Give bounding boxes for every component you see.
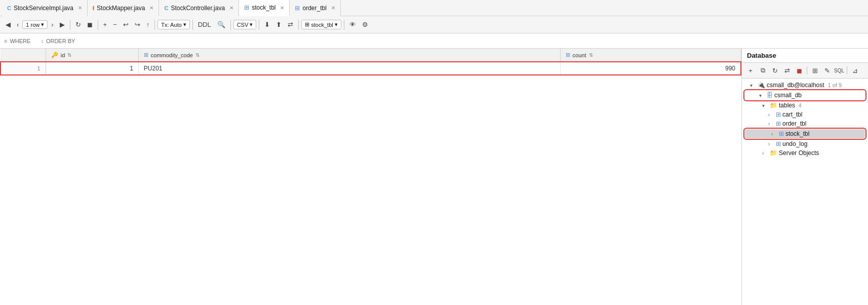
transfer-button[interactable]: ⇄ — [285, 19, 296, 30]
sep3 — [154, 20, 155, 30]
chevron-server-objects: › — [762, 150, 768, 156]
table-col-icon1: ⊞ — [144, 52, 148, 58]
sort-id-icon[interactable]: ⇅ — [67, 52, 71, 58]
tab-stock-controller[interactable]: C StockController.java ✕ — [159, 0, 239, 16]
db-filter-button[interactable]: ⊿ — [849, 65, 860, 76]
chevron-cart-tbl: › — [768, 112, 774, 118]
tab-order-tbl-close[interactable]: ✕ — [331, 5, 335, 11]
undo-button[interactable]: ↩ — [121, 19, 131, 30]
row-count-selector[interactable]: 1 row ▾ — [22, 20, 48, 29]
settings-button[interactable]: ⚙ — [360, 19, 371, 30]
search-button[interactable]: 🔍 — [215, 19, 228, 30]
cart-tbl-label: cart_tbl — [782, 111, 802, 118]
server-objects-label: Server Objects — [779, 149, 819, 157]
delete-row-button[interactable]: − — [110, 19, 120, 30]
connection-count: 1 of 9 — [828, 82, 842, 88]
db-refresh-button[interactable]: ↻ — [769, 65, 780, 76]
csv-label: CSV — [237, 22, 249, 28]
table-chevron: ▾ — [335, 21, 338, 28]
move-up-button[interactable]: ↑ — [144, 19, 152, 30]
col-header-id[interactable]: 🔑 id ⇅ — [46, 49, 138, 62]
sort-count-icon[interactable]: ⇅ — [589, 52, 593, 58]
tree-connection[interactable]: ▾ 🔌 csmall_db@localhost 1 of 9 — [742, 81, 868, 90]
stop-button[interactable]: ◼ — [85, 19, 95, 30]
db-copy-button[interactable]: ⧉ — [757, 65, 768, 76]
tree-cart-tbl[interactable]: › ⊞ cart_tbl — [742, 110, 868, 119]
sep7 — [298, 20, 299, 30]
db-table-view-button[interactable]: ⊞ — [809, 65, 820, 76]
tree-undo-log[interactable]: › ⊞ undo_log — [742, 139, 868, 148]
redo-button[interactable]: ↪ — [132, 19, 143, 30]
upload-button[interactable]: ⬆ — [273, 19, 284, 30]
download-button[interactable]: ⬇ — [262, 19, 272, 30]
db-sql-button[interactable]: SQL — [834, 65, 845, 76]
back-step-button[interactable]: ‹ — [14, 19, 21, 30]
refresh-button[interactable]: ↻ — [73, 19, 84, 30]
key-icon: 🔑 — [51, 52, 58, 58]
database-tree[interactable]: ▾ 🔌 csmall_db@localhost 1 of 9 ▾ 🗄 csmal… — [742, 79, 868, 305]
tab-stock-controller-label: StockController.java — [171, 5, 225, 12]
add-row-button[interactable]: + — [101, 19, 110, 30]
cell-count[interactable]: 990 — [560, 62, 741, 75]
data-area[interactable]: 🔑 id ⇅ ⊞ commodity_code ⇅ — [0, 49, 741, 305]
back-button[interactable]: ◀ — [3, 19, 13, 30]
right-panel-title: Database — [747, 52, 776, 59]
row-count-label: 1 row — [26, 22, 40, 28]
tree-stock-tbl-container: › ⊞ stock_tbl — [745, 129, 865, 138]
data-table: 🔑 id ⇅ ⊞ commodity_code ⇅ — [0, 49, 741, 75]
table-dropdown[interactable]: ⊞ stock_tbl ▾ — [301, 20, 341, 29]
db-add-button[interactable]: + — [745, 65, 756, 76]
tab-stock-tbl-close[interactable]: ✕ — [280, 5, 284, 11]
tab-icon-table1: ⊞ — [244, 4, 249, 11]
tab-stock-tbl[interactable]: ⊞ stock_tbl ✕ — [239, 0, 290, 16]
undo-log-label: undo_log — [782, 140, 807, 147]
tree-stock-tbl[interactable]: › ⊞ stock_tbl — [745, 129, 865, 138]
table-icon-cart: ⊞ — [776, 111, 781, 118]
sort-icon: ↕ — [41, 38, 44, 44]
table-col-icon2: ⊞ — [566, 52, 570, 58]
db-stop-button[interactable]: ◼ — [794, 65, 805, 76]
db-sync-button[interactable]: ⇄ — [781, 65, 793, 76]
tab-stock-controller-close[interactable]: ✕ — [229, 5, 233, 11]
ddl-button[interactable]: DDL — [195, 19, 214, 30]
col-header-commodity-code[interactable]: ⊞ commodity_code ⇅ — [138, 49, 560, 62]
csv-dropdown[interactable]: CSV ▾ — [233, 20, 257, 29]
sep8 — [344, 20, 344, 30]
eye-button[interactable]: 👁 — [347, 19, 359, 30]
table-header-row: 🔑 id ⇅ ⊞ commodity_code ⇅ — [1, 49, 741, 62]
tree-tables-folder[interactable]: ▾ 📁 tables 4 — [742, 101, 868, 110]
sort-commodity-icon[interactable]: ⇅ — [195, 52, 200, 58]
cell-id[interactable]: 1 — [46, 62, 138, 75]
tab-order-tbl[interactable]: ⊞ order_tbl ✕ — [290, 0, 340, 16]
tree-order-tbl[interactable]: › ⊞ order_tbl — [742, 119, 868, 128]
tab-icon-c: C — [7, 5, 11, 11]
folder-icon2: 📁 — [770, 149, 777, 157]
db-edit-button[interactable]: ✎ — [821, 65, 833, 76]
chevron-csmall-db: ▾ — [759, 93, 765, 98]
col-header-count[interactable]: ⊞ count ⇅ — [560, 49, 741, 62]
tab-stock-service-close[interactable]: ✕ — [78, 5, 82, 11]
table-row[interactable]: 1 1 PU201 990 — [1, 62, 741, 75]
cell-commodity-code[interactable]: PU201 — [138, 62, 560, 75]
sep5 — [230, 20, 231, 30]
main-content: 🔑 id ⇅ ⊞ commodity_code ⇅ — [0, 49, 868, 305]
order-tbl-label: order_tbl — [782, 120, 806, 127]
tree-server-objects[interactable]: › 📁 Server Objects — [742, 148, 868, 158]
tx-dropdown[interactable]: Tx: Auto ▾ — [157, 20, 189, 29]
tx-chevron: ▾ — [183, 21, 186, 28]
forward-step-button[interactable]: › — [49, 19, 56, 30]
tree-db-csmall-item[interactable]: ▾ 🗄 csmall_db — [745, 91, 865, 100]
filter-icon: ≡ — [4, 38, 7, 44]
order-by-label: ORDER BY — [46, 38, 75, 44]
forward-end-button[interactable]: ▶ — [57, 19, 67, 30]
row-number: 1 — [1, 62, 46, 75]
table-icon-order: ⊞ — [776, 120, 781, 127]
tab-stock-service[interactable]: C StockServiceImpl.java ✕ — [2, 0, 88, 16]
right-toolbar: + ⧉ ↻ ⇄ ◼ ⊞ ✎ SQL ⊿ — [742, 63, 868, 79]
tab-stock-mapper[interactable]: I StockMapper.java ✕ — [88, 0, 159, 16]
toolbar: ◀ ‹ 1 row ▾ › ▶ ↻ ◼ + − ↩ ↪ ↑ Tx: Auto ▾… — [0, 16, 868, 33]
chevron-undo-log: › — [768, 141, 774, 147]
tab-stock-mapper-close[interactable]: ✕ — [149, 5, 153, 11]
right-sep1 — [807, 66, 807, 74]
table-icon-stock: ⊞ — [779, 130, 784, 137]
